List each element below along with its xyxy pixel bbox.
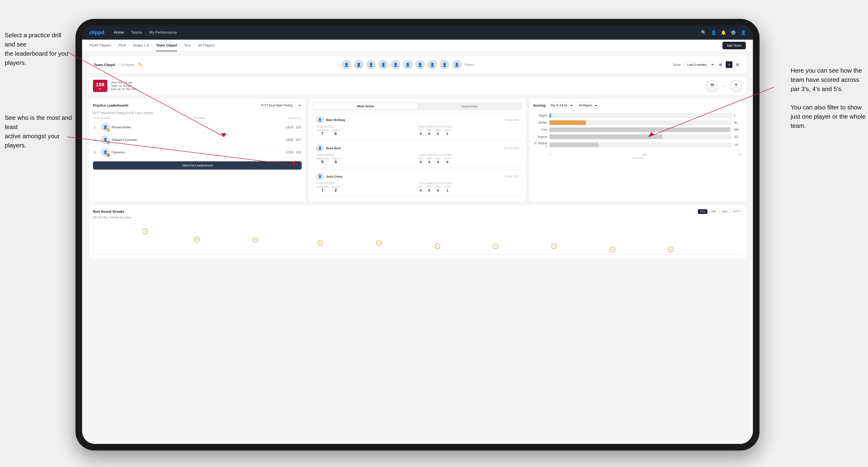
add-team-button[interactable]: Add Team: [722, 42, 746, 49]
tournament-stat: Tournament 7: [316, 129, 329, 136]
nav-home[interactable]: Home: [114, 30, 124, 35]
sub-nav-hcaps[interactable]: Hcaps 1-5: [133, 40, 149, 51]
lb-score-2: 18/20: [286, 138, 293, 142]
sub-nav-tour[interactable]: Tour: [184, 40, 191, 51]
lb-name-2: Edward Crossman: [112, 138, 283, 142]
birdies-value: 96: [734, 121, 742, 124]
most-active-tab[interactable]: Most Active: [314, 103, 417, 110]
app-btn[interactable]: APP: [709, 209, 718, 214]
nav-teams[interactable]: Teams: [131, 30, 142, 35]
ott-btn[interactable]: OTT: [698, 209, 707, 214]
card-view-btn[interactable]: ⊟: [734, 61, 741, 68]
total-practice-section: Total Practice Activities OTT 0 APP 0: [418, 125, 519, 136]
streak-chart: 7x6x6x5x5x4x4x4x3x3x: [93, 221, 742, 254]
bell-icon[interactable]: 🔔: [721, 30, 726, 35]
app-stat-3: APP 0: [427, 186, 432, 192]
streak-dot-7: 4x: [551, 243, 557, 249]
show-select[interactable]: Last 3 months Last 6 months Last 12 mont…: [684, 62, 715, 68]
lb-score-3: 17/20: [286, 151, 293, 154]
streak-dot-0: 7x: [142, 228, 148, 234]
sub-nav-pga[interactable]: PGA: [118, 40, 126, 51]
player-avatar-2[interactable]: 👤: [354, 60, 364, 69]
scoring-filter-1[interactable]: Par 3, 4 & 5s: [548, 102, 574, 108]
total-practice-label-3: Total Practice Activities: [418, 182, 519, 185]
circle-yards2: 0 yds: [730, 80, 742, 92]
scoring-filter-2[interactable]: All Players: [576, 102, 598, 108]
nav-performance[interactable]: My Performance: [149, 30, 177, 35]
lb-avatar-2: 👤 2: [101, 135, 110, 144]
total-practice-section-2: Total Practice Activities OTT 0 APP 0: [418, 154, 519, 164]
streaks-card: Best Round Streaks OTT APP ARG PUTT Off …: [89, 206, 746, 258]
x-axis-label: Total Shots: [533, 157, 742, 159]
streak-dot-6: 4x: [493, 243, 498, 249]
ott-stat-3: OTT 0: [418, 186, 423, 192]
activity-player-2: 👤 Rees Britt 02 Sep 2023 Total Rounds To…: [313, 141, 522, 167]
bogeys-fill: [549, 134, 662, 139]
total-rounds-label-3: Total Rounds: [316, 182, 416, 185]
streak-dot-4: 5x: [376, 240, 382, 246]
player-avatar-4[interactable]: 👤: [379, 60, 388, 69]
circle-yards1: 16 yds: [706, 80, 718, 92]
birdies-track: [549, 120, 732, 125]
person-icon[interactable]: 👤: [711, 30, 716, 35]
players-label: Players: [464, 63, 474, 66]
shot-details: Shot Dist: 16 yds Start Lie: Rough End L…: [111, 81, 137, 91]
total-rounds-label-2: Total Rounds: [316, 154, 416, 156]
player-avatar-5[interactable]: 👤: [391, 60, 400, 69]
annotation-top-left: Select a practice drill and see the lead…: [5, 31, 73, 67]
grid-view-btn[interactable]: ⊞: [717, 61, 724, 68]
search-icon[interactable]: 🔍: [701, 30, 706, 35]
sub-nav-team-clippd[interactable]: Team Clippd: [156, 40, 177, 51]
total-rounds-label: Total Rounds: [316, 125, 416, 128]
least-active-tab[interactable]: Least Active: [417, 103, 521, 110]
putt-btn[interactable]: PUTT: [731, 209, 742, 214]
drill-select[interactable]: PUTT Must Make Putting ...: [258, 102, 302, 108]
sub-nav-all-players[interactable]: All Players: [198, 40, 215, 51]
player-avatar-8[interactable]: 👤: [428, 60, 437, 69]
eagles-label: Eagles: [533, 114, 548, 117]
shot-number: 198 SC: [93, 80, 107, 92]
player-avatar-7[interactable]: 👤: [415, 60, 425, 69]
list-view-btn[interactable]: ≡: [725, 61, 733, 68]
putt-stat-3: PUTT 1: [444, 186, 451, 192]
dbogeys-bar-row: D. Bogeys + 131: [533, 142, 742, 148]
players-row: 👤 👤 👤 👤 👤 👤 👤 👤 👤 👤 Players: [146, 60, 669, 69]
sub-nav-pgat[interactable]: PGAT Players: [89, 40, 111, 51]
birdies-bar-row: Birdies 96: [533, 120, 742, 125]
lb-avg-2: 107: [296, 138, 301, 142]
activity-player-1-header: 👤 Blair McHarg 26 Aug 2023: [316, 116, 519, 124]
activity-name-3: Josh Coles: [326, 175, 502, 178]
activity-avatar-2: 👤: [316, 144, 323, 152]
arg-btn[interactable]: ARG: [720, 209, 730, 214]
player-avatar-10[interactable]: 👤: [452, 60, 462, 69]
player-avatar-9[interactable]: 👤: [440, 60, 450, 69]
streak-dot-8: 3x: [610, 247, 615, 252]
edit-icon[interactable]: ✏️: [138, 63, 143, 66]
leaderboard-row-3: 3 👤 3 Cameron... 17/20 103: [93, 146, 302, 158]
bar-chart: Eagles 3 Birdies 96: [533, 111, 742, 152]
rounds-row-2: Tournament 8 Practice 4: [316, 157, 416, 164]
activity-stats-2: Total Rounds Tournament 8 Practice 4: [316, 154, 519, 164]
tablet-screen: clippd Home Teams My Performance 🔍 👤 🔔 ⚙…: [82, 26, 753, 444]
x-axis: 0 200 400: [533, 153, 742, 156]
player-avatar-1[interactable]: 👤: [342, 60, 351, 69]
rounds-row-3: Tournament 7 Practice 2: [316, 186, 416, 192]
settings-icon[interactable]: ⚙️: [731, 30, 736, 35]
birdies-fill: [549, 120, 586, 125]
avatar-icon[interactable]: 👤: [741, 30, 746, 35]
drill-subtitle: PUTT Must Make Putting (3-6 ft), Last 3 …: [93, 111, 302, 115]
app-stat-2: APP 0: [427, 157, 432, 164]
streak-dot-2: 6x: [253, 237, 258, 243]
bogeys-track: [549, 134, 732, 139]
tournament-stat-2: Tournament 8: [316, 157, 329, 164]
tablet-frame: clippd Home Teams My Performance 🔍 👤 🔔 ⚙…: [75, 19, 760, 450]
activity-name-2: Rees Britt: [326, 147, 502, 150]
total-practice-label: Total Practice Activities: [418, 125, 519, 128]
activity-avatar-3: 👤: [316, 173, 323, 180]
player-avatar-3[interactable]: 👤: [366, 60, 376, 69]
streaks-subtitle: Off The Tee, Fairway Accuracy: [93, 216, 742, 219]
nav-icons: 🔍 👤 🔔 ⚙️ 👤: [701, 30, 746, 35]
player-avatar-6[interactable]: 👤: [403, 60, 412, 69]
practice-stat-2: Practice 4: [331, 157, 340, 164]
view-full-leaderboard-button[interactable]: View Full Leaderboard: [93, 161, 302, 169]
